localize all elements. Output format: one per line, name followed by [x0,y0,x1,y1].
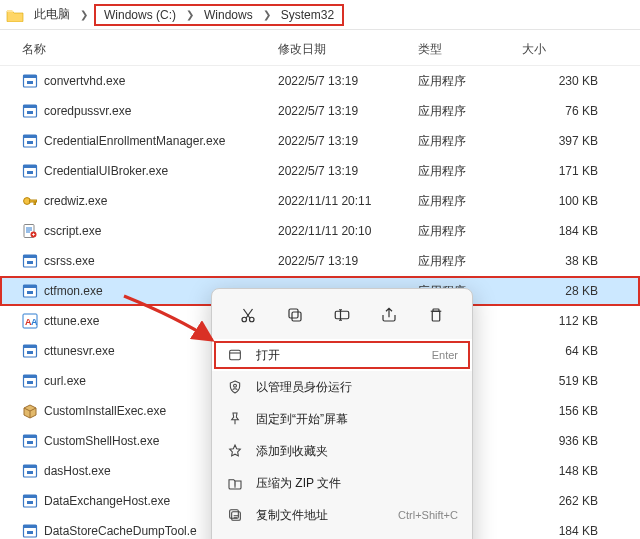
zip-icon [226,474,244,492]
file-row[interactable]: cscript.exe2022/11/11 20:10应用程序184 KB [0,216,640,246]
context-menu-label: 打开 [256,347,420,364]
file-size: 262 KB [522,494,612,508]
svg-rect-14 [34,202,36,205]
context-menu-label: 复制文件地址 [256,507,386,524]
svg-rect-42 [24,525,37,528]
folder-icon [6,8,24,22]
file-row[interactable]: csrss.exe2022/5/7 13:19应用程序38 KB [0,246,640,276]
svg-rect-28 [27,351,33,354]
file-date: 2022/5/7 13:19 [278,134,418,148]
file-row[interactable]: coredpussvr.exe2022/5/7 13:19应用程序76 KB [0,96,640,126]
context-menu: 打开Enter以管理员身份运行固定到“开始”屏幕添加到收藏夹压缩为 ZIP 文件… [211,288,473,539]
svg-rect-49 [433,311,441,321]
svg-rect-43 [27,531,33,534]
file-size: 100 KB [522,194,612,208]
file-type: 应用程序 [418,103,522,120]
open-icon [226,346,244,364]
context-menu-label: 压缩为 ZIP 文件 [256,475,446,492]
breadcrumb-drive[interactable]: Windows (C:) [100,6,180,24]
context-menu-item-admin[interactable]: 以管理员身份运行 [212,371,472,403]
rename-icon[interactable] [326,299,358,331]
copy-icon[interactable] [279,299,311,331]
svg-rect-21 [24,285,37,288]
breadcrumb: 此电脑 ❯ Windows (C:) ❯ Windows ❯ System32 [0,0,640,30]
file-row[interactable]: CredentialEnrollmentManager.exe2022/5/7 … [0,126,640,156]
file-row[interactable]: credwiz.exe2022/11/11 20:11应用程序100 KB [0,186,640,216]
delete-icon[interactable] [420,299,452,331]
breadcrumb-windows[interactable]: Windows [200,6,257,24]
fav-icon [226,442,244,460]
context-menu-shortcut: Enter [432,349,458,361]
file-date: 2022/5/7 13:19 [278,104,418,118]
svg-rect-4 [24,105,37,108]
svg-rect-39 [24,495,37,498]
svg-rect-5 [27,111,33,114]
file-size: 64 KB [522,344,612,358]
file-date: 2022/5/7 13:19 [278,164,418,178]
file-name: convertvhd.exe [44,74,125,88]
cut-icon[interactable] [232,299,264,331]
context-menu-item-zip[interactable]: 压缩为 ZIP 文件 [212,467,472,499]
svg-rect-8 [27,141,33,144]
file-size: 936 KB [522,434,612,448]
context-menu-item-pin[interactable]: 固定到“开始”屏幕 [212,403,472,435]
file-date: 2022/5/7 13:19 [278,74,418,88]
svg-rect-40 [27,501,33,504]
context-menu-item-copypath[interactable]: 复制文件地址Ctrl+Shift+C [212,499,472,531]
chevron-right-icon: ❯ [74,9,94,20]
svg-rect-19 [27,261,33,264]
svg-rect-46 [292,312,301,321]
file-size: 184 KB [522,524,612,538]
file-size: 38 KB [522,254,612,268]
file-size: 76 KB [522,104,612,118]
file-name: CredentialUIBroker.exe [44,164,168,178]
col-header-date[interactable]: 修改日期 [278,41,418,58]
svg-rect-10 [24,165,37,168]
breadcrumb-system32[interactable]: System32 [277,6,338,24]
chevron-right-icon: ❯ [257,9,277,20]
copypath-icon [226,506,244,524]
context-menu-shortcut: Ctrl+Shift+C [398,509,458,521]
file-name: cscript.exe [44,224,101,238]
svg-point-45 [249,317,254,322]
svg-rect-31 [27,381,33,384]
chevron-right-icon: ❯ [180,9,200,20]
file-name: CustomInstallExec.exe [44,404,166,418]
file-name: DataExchangeHost.exe [44,494,170,508]
admin-icon [226,378,244,396]
svg-point-44 [242,317,247,322]
context-menu-label: 以管理员身份运行 [256,379,446,396]
file-size: 519 KB [522,374,612,388]
file-type: 应用程序 [418,193,522,210]
file-type: 应用程序 [418,133,522,150]
file-size: 397 KB [522,134,612,148]
file-date: 2022/5/7 13:19 [278,254,418,268]
file-size: 156 KB [522,404,612,418]
context-menu-item-props[interactable]: 属性Alt+Enter [212,531,472,539]
col-header-name[interactable]: 名称 [22,41,278,58]
svg-rect-1 [24,75,37,78]
svg-rect-53 [230,510,239,519]
share-icon[interactable] [373,299,405,331]
svg-rect-18 [24,255,37,258]
file-name: coredpussvr.exe [44,104,131,118]
file-name: DataStoreCacheDumpTool.e [44,524,197,538]
svg-rect-11 [27,171,33,174]
context-menu-item-fav[interactable]: 添加到收藏夹 [212,435,472,467]
file-row[interactable]: CredentialUIBroker.exe2022/5/7 13:19应用程序… [0,156,640,186]
context-menu-item-open[interactable]: 打开Enter [212,339,472,371]
file-type: 应用程序 [418,73,522,90]
file-date: 2022/11/11 20:10 [278,224,418,238]
file-row[interactable]: convertvhd.exe2022/5/7 13:19应用程序230 KB [0,66,640,96]
file-size: 184 KB [522,224,612,238]
col-header-size[interactable]: 大小 [522,41,612,58]
svg-text:A: A [31,317,38,327]
file-type: 应用程序 [418,223,522,240]
svg-rect-37 [27,471,33,474]
breadcrumb-root[interactable]: 此电脑 [30,4,74,25]
col-header-type[interactable]: 类型 [418,41,522,58]
svg-rect-36 [24,465,37,468]
breadcrumb-highlighted: Windows (C:) ❯ Windows ❯ System32 [94,4,344,26]
pin-icon [226,410,244,428]
context-menu-label: 固定到“开始”屏幕 [256,411,446,428]
